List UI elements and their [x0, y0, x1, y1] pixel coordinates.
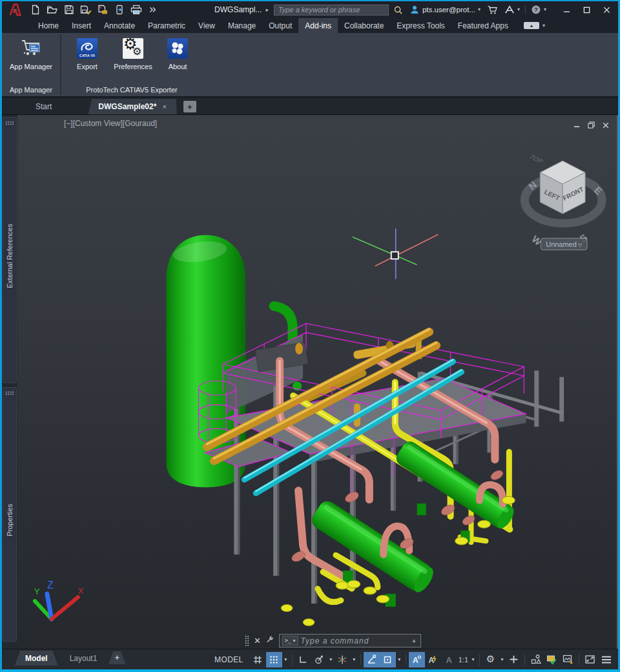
plot-icon[interactable] — [130, 5, 142, 15]
annotation-monitor-plus-icon[interactable] — [506, 652, 522, 667]
ribbon-display-toggle[interactable]: ▲ ▾ — [524, 18, 545, 33]
viewcube-top-face[interactable]: TOP — [527, 154, 546, 165]
file-tab-start[interactable]: Start — [25, 99, 88, 114]
palette-grip-icon[interactable] — [5, 121, 14, 125]
annotation-scale-value[interactable]: 1:1 — [457, 656, 470, 664]
new-icon[interactable] — [30, 5, 41, 15]
workspace-caret-icon[interactable]: ▾ — [499, 656, 506, 662]
isolate-objects-icon[interactable] — [528, 652, 544, 667]
quick-access-toolbar — [30, 5, 157, 15]
snap-caret-icon[interactable]: ▾ — [282, 656, 289, 662]
help-icon[interactable]: ? ▾ — [531, 5, 546, 15]
maximize-button[interactable] — [583, 6, 590, 14]
open-web-icon[interactable] — [98, 5, 108, 15]
preferences-button[interactable]: ⚙ ⚙ Preferences — [108, 37, 158, 70]
graphics-performance-icon[interactable] — [560, 652, 576, 667]
object-snap-icon[interactable] — [380, 652, 396, 667]
title-arrow-icon[interactable]: ▸ — [265, 6, 269, 13]
scale-caret-icon[interactable]: ▾ — [470, 656, 477, 662]
isodraft-caret-icon[interactable]: ▾ — [351, 656, 358, 662]
sign-in-account[interactable]: pts.user@prot... ▾ — [409, 5, 480, 15]
svg-text:A: A — [413, 656, 418, 665]
command-line-dock: ✕ >_▾ ▲ — [245, 634, 421, 647]
search-icon[interactable] — [393, 5, 403, 15]
view-name-caret-icon: ▽ — [578, 242, 583, 248]
ribbon-tab-row: Home Insert Annotate Parametric View Man… — [2, 18, 618, 33]
file-tab-close-icon[interactable]: × — [162, 103, 166, 110]
clean-screen-icon[interactable] — [582, 652, 598, 667]
panel-label-prototech[interactable]: ProtoTech CATIAV5 Exporter — [61, 83, 202, 96]
app-manager-button[interactable]: App Manager — [6, 37, 56, 70]
save-as-icon[interactable] — [80, 5, 92, 15]
palette-grip-icon[interactable] — [5, 391, 14, 395]
close-button[interactable] — [603, 6, 610, 14]
app-manager-button-label: App Manager — [10, 63, 52, 70]
palette-properties[interactable]: Properties — [3, 387, 17, 642]
tab-view[interactable]: View — [192, 18, 222, 33]
snap-icon[interactable] — [266, 652, 282, 667]
hardware-acceleration-icon[interactable] — [544, 652, 560, 667]
polar-caret-icon[interactable]: ▾ — [327, 656, 335, 662]
command-dock-grip[interactable] — [245, 635, 249, 647]
qat-more-icon[interactable] — [148, 5, 157, 14]
tab-annotate[interactable]: Annotate — [98, 18, 141, 33]
tab-featured-apps[interactable]: Featured Apps — [451, 18, 515, 33]
svg-text:A: A — [446, 655, 453, 665]
autocad-logo-icon[interactable] — [2, 3, 28, 17]
panel-label-app-manager[interactable]: App Manager — [2, 83, 60, 96]
status-divider — [579, 654, 579, 666]
status-toggles: MODEL ▾ ▾ ▾ — [214, 652, 618, 667]
app-store-cart-icon[interactable] — [487, 5, 498, 15]
tab-output[interactable]: Output — [262, 18, 298, 33]
autosnap-tracking-icon[interactable] — [364, 652, 380, 667]
save-icon[interactable] — [64, 5, 74, 15]
ortho-icon[interactable] — [295, 652, 311, 667]
annotation-visibility-icon[interactable]: A — [409, 652, 425, 667]
command-history-caret-icon[interactable]: ▲ — [411, 638, 417, 644]
tab-express-tools[interactable]: Express Tools — [390, 18, 451, 33]
customization-menu-icon[interactable] — [598, 652, 614, 667]
command-close-icon[interactable]: ✕ — [254, 636, 261, 645]
tab-model[interactable]: Model — [15, 651, 58, 666]
new-drawing-tab-button[interactable]: + — [183, 101, 196, 112]
viewcube[interactable]: N E S W TOP LEFT FRONT Unnamed ▽ — [524, 154, 604, 250]
command-input-box[interactable]: >_▾ ▲ — [279, 634, 421, 647]
about-button[interactable]: About — [161, 37, 194, 70]
help-search-input[interactable] — [274, 5, 389, 16]
osnap-caret-icon[interactable]: ▾ — [396, 656, 403, 662]
annotation-scale-a-icon[interactable]: A — [441, 652, 457, 667]
tab-layout1[interactable]: Layout1 — [59, 651, 108, 666]
transfer-icon[interactable] — [114, 5, 125, 15]
preferences-button-label: Preferences — [114, 63, 152, 70]
file-tab-dwgsample02[interactable]: DWGSample02* × — [88, 99, 176, 114]
status-divider — [292, 654, 293, 666]
autodesk-app-icon[interactable]: ▾ — [504, 5, 520, 14]
catia-icon-text: CATIA V5 — [77, 54, 98, 58]
tab-insert[interactable]: Insert — [65, 18, 98, 33]
tab-parametric[interactable]: Parametric — [141, 18, 192, 33]
export-button[interactable]: CATIA V5 Export — [69, 37, 105, 70]
isodraft-icon[interactable] — [335, 652, 351, 667]
viewcube-view-name[interactable]: Unnamed ▽ — [541, 238, 587, 250]
new-layout-button[interactable]: + — [108, 651, 125, 664]
open-icon[interactable] — [46, 5, 58, 15]
command-wrench-icon[interactable] — [265, 635, 274, 647]
minimize-button[interactable] — [563, 6, 570, 14]
polar-tracking-icon[interactable] — [311, 652, 327, 667]
palette-external-references[interactable]: External References — [3, 117, 17, 383]
autocad-window: DWGSampl... ▸ pts.user@prot... ▾ ▾ ? ▾ — [0, 0, 620, 672]
command-prompt-icon[interactable]: >_▾ — [282, 636, 298, 646]
annotation-autoscale-icon[interactable]: A — [425, 652, 441, 667]
workspace-gear-icon[interactable]: ⚙ — [482, 652, 499, 667]
tab-collaborate[interactable]: Collaborate — [338, 18, 390, 33]
drawing-title: DWGSampl... — [214, 5, 262, 14]
tab-home[interactable]: Home — [32, 18, 65, 33]
drawing-canvas[interactable]: [−][Custom View][Gouraud] — [17, 115, 618, 649]
command-input[interactable] — [301, 636, 408, 646]
tab-add-ins[interactable]: Add-ins — [298, 18, 338, 33]
grid-icon[interactable] — [250, 652, 266, 667]
user-caret-icon: ▾ — [478, 7, 480, 12]
panel-prototech-exporter: CATIA V5 Export ⚙ ⚙ Preferences — [61, 33, 202, 96]
space-mode-label[interactable]: MODEL — [214, 655, 243, 664]
tab-manage[interactable]: Manage — [222, 18, 262, 33]
